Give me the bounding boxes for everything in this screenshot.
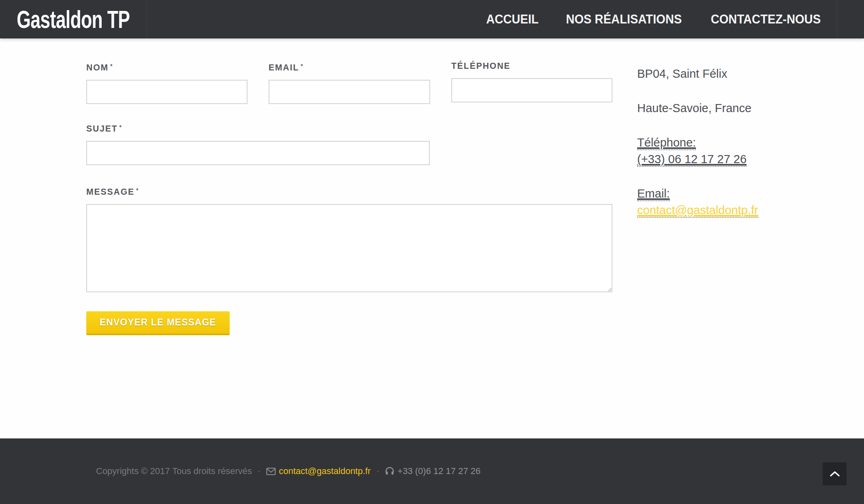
header-spacer [147,0,484,38]
headset-icon [385,466,395,476]
email-input[interactable] [269,80,430,104]
email-address-link[interactable]: contact@gastaldontp.fr [637,204,758,218]
nav-item-accueil[interactable]: ACCUEIL [486,12,539,27]
form-row-3: MESSAGE* [86,185,612,294]
main-nav: ACCUEIL NOS RÉALISATIONS CONTACTEZ-NOUS [484,0,824,38]
footer-phone-text: +33 (0)6 12 17 27 26 [397,466,480,476]
contact-info-sidebar: BP04, Saint Félix Haute-Savoie, France T… [637,61,778,438]
sujet-label-text: SUJET [86,123,118,134]
message-required-marker: * [136,187,139,194]
nom-input[interactable] [86,80,247,104]
sujet-required-marker: * [119,123,122,130]
chevron-up-icon [830,471,840,477]
site-footer: Copyrights © 2017 Tous droits réservés ·… [0,438,864,504]
field-sujet: SUJET* [86,122,430,165]
nom-label-text: NOM [86,62,109,72]
envelope-icon [266,468,276,475]
phone-label: Téléphone: [637,136,696,150]
field-email: EMAIL* [269,61,430,104]
main-content: NOM* EMAIL* TÉLÉPHONE SUJET* MESSAGE* [0,38,864,438]
footer-phone: +33 (0)6 12 17 27 26 [385,466,480,476]
phone-block: Téléphone: (+33) 06 12 17 27 26 [637,134,778,168]
message-label: MESSAGE* [86,185,591,197]
telephone-input[interactable] [451,78,612,102]
field-telephone: TÉLÉPHONE [451,61,612,104]
message-textarea[interactable] [86,204,612,292]
form-row-2: SUJET* [86,122,430,165]
footer-email-link[interactable]: contact@gastaldontp.fr [266,466,371,476]
nav-item-nos-realisations[interactable]: NOS RÉALISATIONS [566,12,682,27]
footer-line: Copyrights © 2017 Tous droits réservés ·… [96,466,864,476]
email-address: contact@gastaldontp.fr [637,204,758,218]
scroll-to-top-button[interactable] [823,462,847,485]
sujet-label: SUJET* [86,122,416,134]
form-row-1: NOM* EMAIL* TÉLÉPHONE [86,61,612,104]
telephone-label-text: TÉLÉPHONE [451,61,510,71]
logo-text: Gastaldon TP [17,5,130,34]
contact-form: NOM* EMAIL* TÉLÉPHONE SUJET* MESSAGE* [86,61,612,438]
header-divider [837,0,864,38]
logo[interactable]: Gastaldon TP [0,0,147,38]
nom-label: NOM* [86,61,241,73]
nav-item-contactez-nous[interactable]: CONTACTEZ-NOUS [711,12,821,27]
email-label-text: EMAIL [269,62,299,72]
address-line-2: Haute-Savoie, France [637,100,778,117]
message-label-text: MESSAGE [86,187,134,197]
nom-required-marker: * [110,62,113,69]
send-message-button[interactable]: ENVOYER LE MESSAGE [86,311,230,335]
telephone-label: TÉLÉPHONE [451,61,606,71]
email-label-link[interactable]: Email: [637,187,670,201]
sujet-input[interactable] [86,141,430,165]
email-label: Email: [637,187,670,201]
address-line-1: BP04, Saint Félix [637,66,778,82]
field-nom: NOM* [86,61,247,104]
email-required-marker: * [301,62,303,69]
footer-email-text: contact@gastaldontp.fr [279,466,371,476]
phone-number: (+33) 06 12 17 27 26 [637,153,747,167]
site-header: Gastaldon TP ACCUEIL NOS RÉALISATIONS CO… [0,0,864,38]
field-message: MESSAGE* [86,185,612,294]
phone-link[interactable]: Téléphone: (+33) 06 12 17 27 26 [637,136,747,167]
footer-separator-2: · [376,466,379,476]
email-block: Email: contact@gastaldontp.fr [637,185,778,219]
footer-separator-1: · [258,466,260,476]
email-label: EMAIL* [269,61,423,73]
copyright-text: Copyrights © 2017 Tous droits réservés [96,466,252,476]
